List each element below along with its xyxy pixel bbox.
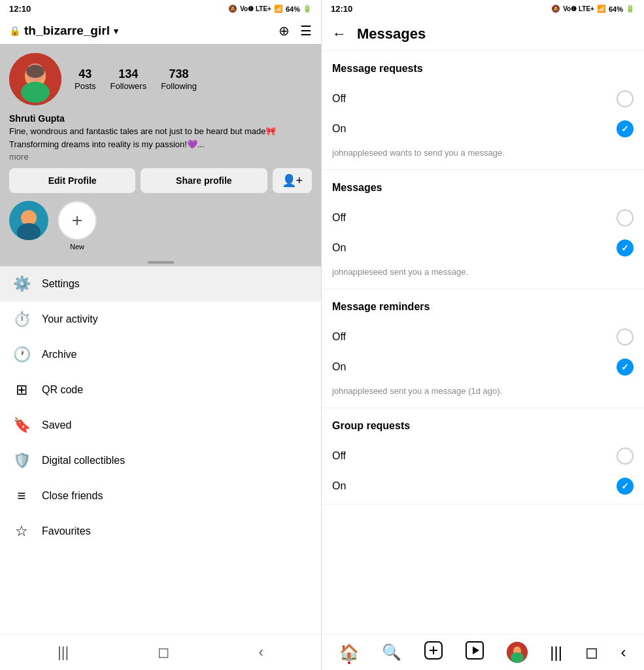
section-message-reminders: Message remindersOffOnjohnappleseed sent… bbox=[322, 289, 644, 408]
radio-circle-on[interactable] bbox=[617, 239, 634, 256]
bio-name: Shruti Gupta bbox=[9, 113, 312, 124]
profile-section: 43 Posts 134 Followers 738 Following Shr… bbox=[0, 44, 321, 266]
stories-row: + New bbox=[9, 201, 312, 258]
hint-message-reminders: johnappleseed sent you a message (1d ago… bbox=[332, 382, 634, 405]
nav-home-icon[interactable]: ◻ bbox=[158, 644, 169, 661]
notification-icon: 🔕 bbox=[228, 5, 237, 13]
radio-circle-on[interactable] bbox=[617, 120, 634, 137]
section-title-group-requests: Group requests bbox=[332, 420, 634, 432]
nav-home-right[interactable]: 🏠 bbox=[339, 643, 359, 661]
bio-line2: Transforming dreams into reality is my p… bbox=[9, 138, 312, 151]
section-group-requests: Group requestsOffOn bbox=[322, 408, 644, 504]
lock-icon: 🔒 bbox=[9, 26, 20, 36]
radio-label-off: Off bbox=[332, 212, 346, 224]
settings-label: Settings bbox=[42, 278, 80, 290]
share-profile-button[interactable]: Share profile bbox=[141, 168, 267, 193]
section-title-message-requests: Message requests bbox=[332, 63, 634, 75]
notification-icon-right: 🔕 bbox=[551, 5, 560, 13]
saved-icon: 🔖 bbox=[13, 417, 30, 434]
time-left: 12:10 bbox=[9, 4, 31, 14]
battery-text: 64% bbox=[286, 5, 300, 13]
radio-option-message-reminders-off[interactable]: Off bbox=[332, 322, 634, 352]
signal-text: Vo❶ LTE+ bbox=[240, 5, 271, 12]
add-person-button[interactable]: 👤+ bbox=[273, 168, 313, 193]
menu-item-archive[interactable]: 🕐Archive bbox=[0, 337, 321, 372]
radio-label-on: On bbox=[332, 242, 346, 254]
closefriends-icon: ≡ bbox=[13, 487, 30, 504]
menu-item-qr[interactable]: ⊞QR code bbox=[0, 372, 321, 408]
add-icon[interactable]: ⊕ bbox=[279, 23, 290, 39]
nav-profile-avatar-right[interactable] bbox=[507, 642, 528, 663]
action-buttons: Edit Profile Share profile 👤+ bbox=[9, 168, 312, 193]
radio-circle-off[interactable] bbox=[617, 90, 634, 107]
qr-label: QR code bbox=[42, 384, 83, 396]
collectibles-icon: 🛡️ bbox=[13, 452, 30, 469]
stat-following[interactable]: 738 Following bbox=[161, 67, 197, 91]
bottom-nav-left: ||| ◻ ‹ bbox=[0, 634, 321, 670]
qr-icon: ⊞ bbox=[13, 381, 30, 398]
back-button[interactable]: ← bbox=[332, 26, 347, 43]
radio-circle-on[interactable] bbox=[617, 478, 634, 495]
menu-item-settings[interactable]: ⚙️Settings bbox=[0, 266, 321, 302]
chevron-down-icon: ▾ bbox=[114, 26, 118, 36]
story-item-existing[interactable] bbox=[9, 201, 48, 251]
radio-option-message-requests-off[interactable]: Off bbox=[332, 84, 634, 114]
radio-option-message-reminders-on[interactable]: On bbox=[332, 352, 634, 382]
radio-option-group-requests-off[interactable]: Off bbox=[332, 441, 634, 471]
stat-posts[interactable]: 43 Posts bbox=[75, 67, 96, 91]
nav-add-right[interactable] bbox=[424, 641, 443, 663]
menu-item-saved[interactable]: 🔖Saved bbox=[0, 408, 321, 443]
bio-more[interactable]: more bbox=[9, 152, 312, 162]
radio-circle-off[interactable] bbox=[617, 448, 634, 465]
radio-label-on: On bbox=[332, 480, 346, 492]
top-nav-left: 🔒 th_bizarre_girl ▾ ⊕ ☰ bbox=[0, 18, 321, 44]
menu-item-collectibles[interactable]: 🛡️Digital collectibles bbox=[0, 443, 321, 478]
status-bar-right: 12:10 🔕 Vo❶ LTE+ 📶 64% 🔋 bbox=[322, 0, 644, 18]
home-dot bbox=[348, 661, 350, 664]
radio-label-off: Off bbox=[332, 331, 346, 343]
username-row[interactable]: 🔒 th_bizarre_girl ▾ bbox=[9, 24, 118, 38]
radio-circle-on[interactable] bbox=[617, 359, 634, 376]
nav-back-right[interactable]: ‹ bbox=[621, 643, 626, 661]
hint-messages: johnappleseed sent you a message. bbox=[332, 263, 634, 286]
menu-item-favourites[interactable]: ☆Favourites bbox=[0, 514, 321, 549]
story-item-new[interactable]: + New bbox=[58, 201, 97, 251]
nav-icons-right: ⊕ ☰ bbox=[279, 23, 312, 39]
stat-followers[interactable]: 134 Followers bbox=[110, 67, 147, 91]
bio-line1: Fine, wondrous and fantastic tales are n… bbox=[9, 125, 312, 138]
signal-text-right: Vo❶ LTE+ bbox=[563, 5, 594, 12]
nav-search-right[interactable]: 🔍 bbox=[382, 643, 401, 661]
nav-circle-right[interactable]: ◻ bbox=[585, 643, 598, 661]
username-text: th_bizarre_girl bbox=[24, 24, 110, 38]
left-panel: 12:10 🔕 Vo❶ LTE+ 📶 64% 🔋 🔒 th_bizarre_gi… bbox=[0, 0, 322, 670]
radio-option-messages-off[interactable]: Off bbox=[332, 203, 634, 233]
bottom-sheet-menu: ⚙️Settings⏱️Your activity🕐Archive⊞QR cod… bbox=[0, 266, 321, 634]
radio-option-messages-on[interactable]: On bbox=[332, 233, 634, 263]
posts-count: 43 bbox=[78, 67, 92, 81]
radio-option-message-requests-on[interactable]: On bbox=[332, 114, 634, 144]
section-title-messages: Messages bbox=[332, 182, 634, 194]
profile-info-row: 43 Posts 134 Followers 738 Following bbox=[9, 53, 312, 105]
following-count: 738 bbox=[169, 67, 189, 81]
menu-item-closefriends[interactable]: ≡Close friends bbox=[0, 478, 321, 514]
nav-reels-right[interactable] bbox=[466, 641, 484, 663]
nav-menu-icon: ||| bbox=[58, 644, 69, 661]
stats-row: 43 Posts 134 Followers 738 Following bbox=[75, 67, 312, 91]
menu-icon[interactable]: ☰ bbox=[300, 23, 312, 39]
status-icons-right: 🔕 Vo❶ LTE+ 📶 64% 🔋 bbox=[551, 5, 635, 13]
radio-circle-off[interactable] bbox=[617, 328, 634, 345]
bottom-nav-right: 🏠 🔍 ||| ◻ ‹ bbox=[322, 634, 644, 670]
avatar bbox=[9, 53, 61, 105]
radio-label-on: On bbox=[332, 361, 346, 373]
time-right: 12:10 bbox=[331, 4, 352, 14]
edit-profile-button[interactable]: Edit Profile bbox=[9, 168, 135, 193]
closefriends-label: Close friends bbox=[42, 490, 103, 502]
radio-option-group-requests-on[interactable]: On bbox=[332, 471, 634, 501]
battery-text-right: 64% bbox=[609, 5, 623, 13]
radio-circle-off[interactable] bbox=[617, 209, 634, 226]
bio-section: Shruti Gupta Fine, wondrous and fantasti… bbox=[9, 113, 312, 162]
menu-item-activity[interactable]: ⏱️Your activity bbox=[0, 302, 321, 337]
svg-point-3 bbox=[26, 65, 44, 78]
svg-point-4 bbox=[21, 82, 50, 103]
nav-back-icon[interactable]: ‹ bbox=[259, 644, 263, 661]
